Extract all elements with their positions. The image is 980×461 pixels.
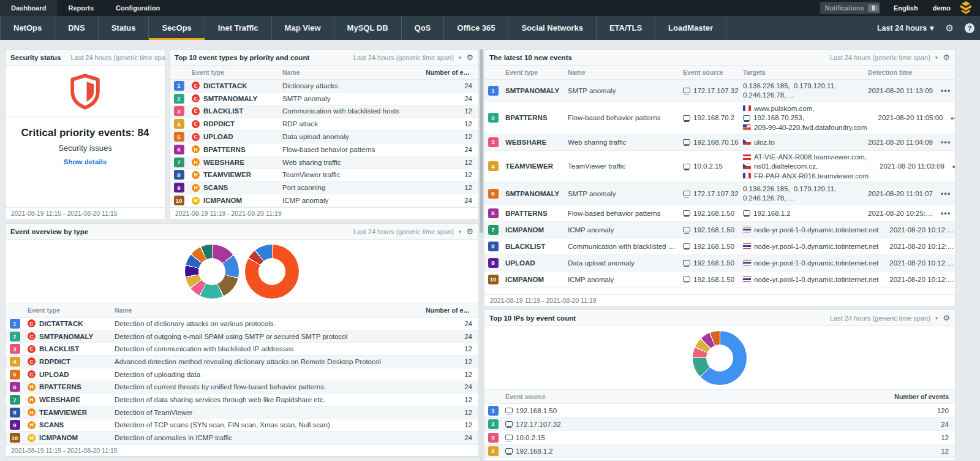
tab-map-view[interactable]: Map View <box>272 16 334 40</box>
panel-gear-icon[interactable]: ⚙ <box>943 53 950 62</box>
table-row[interactable]: 4 192.168.1.2 12 <box>484 444 955 458</box>
severity-critical-icon: C <box>28 357 36 365</box>
tab-netops[interactable]: NetOps <box>0 16 55 40</box>
table-row[interactable]: 7 ICMPANOM ICMP anomaly 192.168.1.50 nod… <box>484 222 955 238</box>
table-row[interactable]: 3 WEBSHARE Web sharing traffic 192.168.7… <box>484 134 955 151</box>
global-time-range-dropdown[interactable]: Last 24 hours ▾ <box>871 16 940 40</box>
event-type-label: ICMPANOM <box>505 276 544 283</box>
panel-gear-icon[interactable]: ⚙ <box>943 313 950 322</box>
panel-time-span-dropdown[interactable]: Last 24 hours (generic time span) <box>353 54 454 61</box>
event-type-label: SMTPANOMALY <box>505 190 559 197</box>
panel-title: Security status <box>10 54 61 61</box>
table-row[interactable]: 5 CUPLOAD Detection of uploading data 12 <box>6 368 478 381</box>
tab-qos[interactable]: QoS <box>402 16 445 40</box>
table-row[interactable]: 6 HBPATTERNS Detection of current threat… <box>6 381 478 394</box>
table-row[interactable]: 6 BPATTERNS Flow-based behavior patterns… <box>484 205 955 222</box>
rank-badge: 7 <box>174 158 184 167</box>
language-selector[interactable]: English <box>886 0 925 16</box>
targets-cell: node-yr.pool-1-0.dynamic.totinternet.net <box>739 240 886 253</box>
tab-social-networks[interactable]: Social Networks <box>508 16 596 40</box>
menu-item-dashboard[interactable]: Dashboard <box>0 0 57 16</box>
event-name: Flow-based behavior patterns <box>279 144 422 155</box>
panel-time-span-dropdown[interactable]: Last 24 hours (generic time span) <box>830 314 930 322</box>
table-row[interactable]: 8 HTEAMVIEWER Detection of TeamViewer 12 <box>6 406 478 419</box>
targets-cell: 0.136.226.185, 0.179.120.11, 0.246.126.7… <box>739 80 864 102</box>
row-actions-menu[interactable]: ••• <box>937 189 955 198</box>
menu-item-reports[interactable]: Reports <box>57 0 105 16</box>
table-row[interactable]: 5 SMTPANOMALY SMTP anomaly 172.17.107.32… <box>484 183 955 205</box>
panel-gear-icon[interactable]: ⚙ <box>466 227 473 236</box>
events-by-type-donut-chart[interactable] <box>185 245 239 299</box>
table-row[interactable]: 1 CDICTATTACK Detection of dictionary at… <box>6 318 478 330</box>
rank-badge: 2 <box>174 94 184 104</box>
table-row[interactable]: 2 172.17.107.32 24 <box>484 417 955 431</box>
table-row[interactable]: 3 CBLACKLIST Detection of communication … <box>6 343 478 356</box>
panel-time-span-dropdown[interactable]: Last 24 hours (generic time span) <box>353 228 454 235</box>
table-row[interactable]: 9 UPLOAD Data upload anomaly 192.168.1.5… <box>484 255 955 272</box>
tab-inet-traffic[interactable]: Inet Traffic <box>205 16 272 40</box>
tab-secops[interactable]: SecOps <box>149 16 205 40</box>
table-row[interactable]: 1 CDICTATTACK Dictionary attacks 24 <box>170 80 478 93</box>
tab-loadmaster[interactable]: LoadMaster <box>655 16 726 40</box>
row-actions-menu[interactable]: ••• <box>937 86 955 95</box>
table-row[interactable]: 6 HBPATTERNS Flow-based behavior pattern… <box>170 143 478 156</box>
event-name: SMTP anomaly <box>279 93 422 104</box>
severity-high-icon: H <box>192 145 200 153</box>
tab-mysql-db[interactable]: MySQL DB <box>334 16 402 40</box>
row-actions-menu[interactable]: ••• <box>937 208 955 218</box>
top-ips-donut-chart[interactable] <box>693 331 747 385</box>
row-actions-menu[interactable]: ••• <box>948 162 955 171</box>
table-row[interactable]: 9 HSCANS Detection of TCP scans (SYN sca… <box>6 419 478 432</box>
tab-office-365[interactable]: Office 365 <box>444 16 508 40</box>
table-row[interactable]: 8 HTEAMVIEWER TeamViewer traffic 12 <box>170 169 478 182</box>
scrollbar-thumb[interactable] <box>480 49 483 233</box>
severity-high-icon: H <box>28 383 36 391</box>
panel-time-span-dropdown[interactable]: Last 24 hours (generic time span) <box>830 54 930 61</box>
table-row[interactable]: 2 BPATTERNS Flow-based behavior patterns… <box>484 102 955 134</box>
table-row[interactable]: 4 CRDPDICT Advanced detection method rev… <box>6 356 478 368</box>
table-row[interactable]: 10 MICMPANOM ICMP anomaly 24 <box>170 194 478 207</box>
row-actions-menu[interactable]: ••• <box>947 113 955 123</box>
tab-eta-tls[interactable]: ETA/TLS <box>597 16 655 40</box>
table-row[interactable]: 1 192.168.1.50 120 <box>484 404 955 417</box>
event-count: 12 <box>422 343 478 354</box>
table-row[interactable]: 8 BLACKLIST Communication with blacklist… <box>484 238 955 255</box>
table-row[interactable]: 3 10.0.2.15 12 <box>484 431 955 444</box>
rank-badge: 3 <box>174 106 184 116</box>
notifications-label: Notifications <box>825 4 864 12</box>
panel-gear-icon[interactable]: ⚙ <box>466 53 473 62</box>
rank-badge: 6 <box>488 208 499 218</box>
table-row[interactable]: 10 ICMPANOM ICMP anomaly 192.168.1.50 no… <box>484 272 955 288</box>
table-row[interactable]: 2 CSMTPANOMALY Detection of outgoing e-m… <box>6 330 478 343</box>
tab-dns[interactable]: DNS <box>55 16 98 40</box>
table-row[interactable]: 1 SMTPANOMALY SMTP anomaly 172.17.107.32… <box>484 80 955 102</box>
tab-status[interactable]: Status <box>99 16 149 40</box>
row-actions-menu[interactable]: ••• <box>937 137 955 147</box>
table-row[interactable]: 9 HSCANS Port scanning 12 <box>170 181 478 194</box>
settings-gear-icon[interactable]: ⚙ <box>940 16 959 40</box>
menu-item-configuration[interactable]: Configuration <box>105 0 171 16</box>
severity-critical-icon: C <box>192 94 200 102</box>
event-description: Detection of communication with blacklis… <box>111 343 422 354</box>
rank-badge: 5 <box>174 132 184 142</box>
help-icon[interactable]: ? <box>959 16 980 40</box>
table-row[interactable]: 10 MICMPANOM Detection of anomalies in I… <box>6 432 478 444</box>
event-type-label: UPLOAD <box>203 133 233 140</box>
notifications-button[interactable]: Notifications 0 <box>820 2 880 14</box>
event-name: Flow-based behavior patterns <box>564 112 679 123</box>
panel-time-span-dropdown[interactable]: Last 24 hours (generic time span) <box>70 54 165 61</box>
event-type-label: ICMPANOM <box>203 197 242 204</box>
user-menu[interactable]: demo <box>925 0 958 16</box>
table-row[interactable]: 4 CRDPDICT RDP attack 12 <box>170 118 478 131</box>
table-row[interactable]: 2 CSMTPANOMALY SMTP anomaly 24 <box>170 93 478 105</box>
events-secondary-donut-chart[interactable] <box>245 245 299 299</box>
table-row[interactable]: 5 CUPLOAD Data upload anomaly 12 <box>170 131 478 143</box>
table-row[interactable]: 3 CBLACKLIST Communication with blacklis… <box>170 105 478 118</box>
event-name: Communication with blacklisted hosts <box>279 105 422 116</box>
show-details-link[interactable]: Show details <box>64 158 107 166</box>
panel-title: Top 10 IPs by event count <box>489 314 576 322</box>
table-row[interactable]: 7 HWEBSHARE Web sharing traffic 12 <box>170 156 478 169</box>
severity-critical-icon: C <box>28 319 36 327</box>
table-row[interactable]: 7 HWEBSHARE Detection of data sharing se… <box>6 394 478 406</box>
table-row[interactable]: 4 TEAMVIEWER TeamViewer traffic 10.0.2.1… <box>484 151 955 183</box>
